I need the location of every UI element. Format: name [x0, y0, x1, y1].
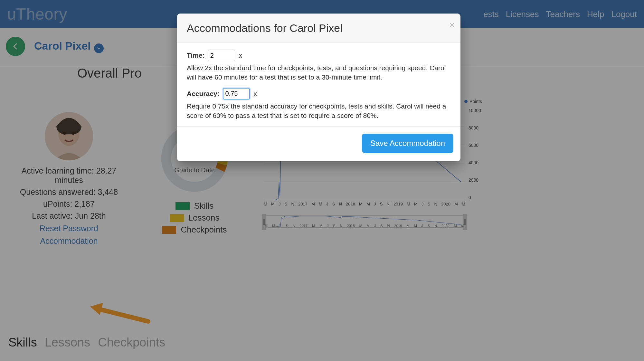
- accuracy-label: Accuracy:: [187, 90, 220, 98]
- accuracy-unit: x: [254, 90, 257, 98]
- close-icon: ×: [450, 20, 455, 30]
- accommodations-modal: Accommodations for Carol Pixel × Time: x…: [177, 14, 460, 161]
- accuracy-field-row: Accuracy: x: [187, 88, 451, 100]
- modal-body: Time: x Allow 2x the standard time for c…: [177, 43, 460, 126]
- time-field-row: Time: x: [187, 50, 451, 61]
- accuracy-description: Require 0.75x the standard accuracy for …: [187, 101, 451, 120]
- save-accommodation-button[interactable]: Save Accommodation: [362, 134, 453, 153]
- time-description: Allow 2x the standard time for checkpoin…: [187, 63, 451, 82]
- time-label: Time:: [187, 52, 205, 59]
- modal-close-button[interactable]: ×: [450, 20, 455, 30]
- modal-title: Accommodations for Carol Pixel: [187, 22, 451, 34]
- time-unit: x: [239, 52, 242, 59]
- modal-header: Accommodations for Carol Pixel ×: [177, 14, 460, 43]
- modal-footer: Save Accommodation: [177, 126, 460, 161]
- accuracy-multiplier-input[interactable]: [223, 88, 250, 100]
- page-root: uTheory ests Licenses Teachers Help Logo…: [0, 0, 644, 361]
- time-multiplier-input[interactable]: [208, 50, 235, 61]
